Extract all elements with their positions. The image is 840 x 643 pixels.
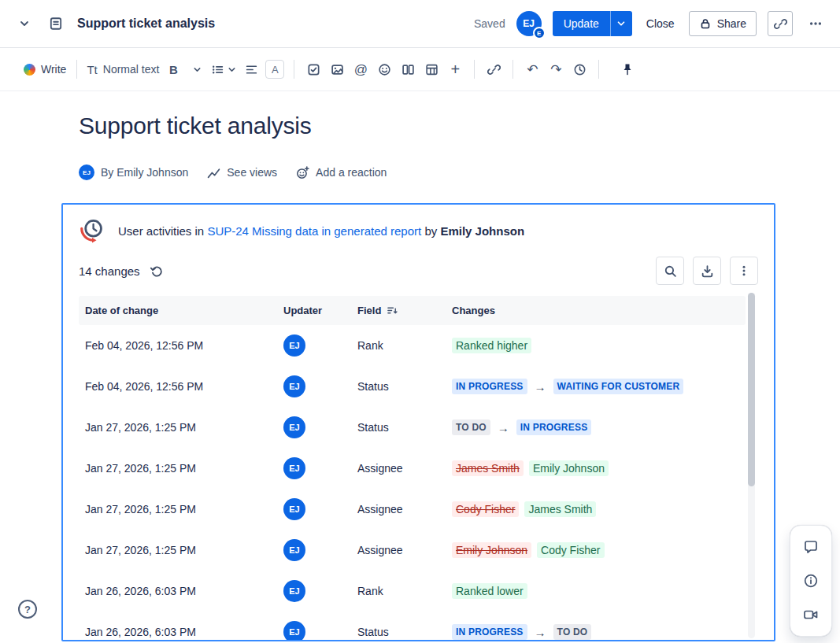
row-field: Rank [351, 585, 446, 597]
row-field: Assignee [351, 544, 446, 556]
updater-avatar[interactable]: EJ [283, 621, 305, 641]
bold-button[interactable]: B [161, 57, 185, 82]
macro-title-prefix: User activities in [118, 224, 204, 238]
see-views-label: See views [227, 166, 277, 179]
macro-more-button[interactable] [730, 257, 758, 285]
sort-filter-icon[interactable] [387, 305, 398, 316]
change-removed: Emily Johnson [452, 542, 531, 558]
scrollbar-thumb[interactable] [748, 293, 755, 486]
row-date: Jan 27, 2026, 1:25 PM [79, 421, 277, 434]
close-button[interactable]: Close [643, 11, 678, 36]
issue-link[interactable]: SUP-24 Missing data in generated report [207, 224, 421, 238]
change-added: Ranked higher [452, 338, 531, 353]
text-style-icon: Tt [87, 63, 97, 76]
page-title-topbar: Support ticket analysis [77, 17, 215, 31]
row-date: Feb 04, 2026, 12:56 PM [79, 380, 277, 393]
issue-history-app-icon [79, 217, 105, 244]
floating-tools-panel [790, 525, 832, 637]
search-icon [664, 264, 677, 278]
updater-avatar[interactable]: EJ [283, 457, 305, 479]
plus-icon: + [451, 61, 461, 77]
insert-link-button[interactable] [482, 57, 505, 82]
more-menu-button[interactable] [804, 12, 827, 35]
pin-toolbar-button[interactable] [616, 57, 639, 82]
chevron-down-icon [192, 65, 202, 75]
chevron-down-icon [616, 18, 627, 29]
row-date: Jan 27, 2026, 1:25 PM [79, 544, 277, 556]
download-button[interactable] [693, 257, 721, 285]
change-added: James Smith [524, 501, 596, 517]
update-dropdown-button[interactable] [610, 11, 632, 36]
redo-button[interactable]: ↷ [544, 57, 568, 82]
updater-avatar[interactable]: EJ [283, 498, 305, 520]
status-from: TO DO [452, 419, 490, 435]
insert-plus-button[interactable]: + [443, 57, 467, 82]
table-row: Jan 27, 2026, 1:25 PM EJ Assignee Cody F… [79, 489, 746, 530]
scrollbar-track[interactable] [748, 293, 755, 638]
share-button[interactable]: Share [689, 11, 757, 36]
add-reaction-button[interactable]: Add a reaction [296, 166, 387, 179]
link-icon [774, 17, 787, 31]
col-date: Date of change [79, 305, 277, 316]
refresh-button[interactable] [150, 264, 165, 279]
task-list-button[interactable] [302, 57, 325, 82]
collapse-chevron-icon[interactable] [13, 12, 36, 35]
help-button[interactable]: ? [18, 600, 37, 619]
arrow-right-icon: → [535, 626, 546, 639]
row-changes: TO DO→IN PROGRESS [446, 419, 746, 435]
issue-history-macro[interactable]: User activities in SUP-24 Missing data i… [61, 203, 775, 641]
layout-button[interactable] [396, 57, 420, 82]
table-row: Jan 27, 2026, 1:25 PM EJ Assignee Emily … [79, 530, 746, 571]
text-style-dropdown[interactable]: Tt Normal text [84, 57, 161, 82]
updater-avatar[interactable]: EJ [283, 375, 305, 397]
comments-button[interactable] [795, 531, 827, 563]
change-removed: James Smith [452, 460, 524, 476]
table-row: Jan 27, 2026, 1:25 PM EJ Assignee James … [79, 448, 746, 489]
updater-avatar[interactable]: EJ [283, 580, 305, 602]
text-color-button[interactable]: A [263, 57, 287, 82]
record-video-button[interactable] [795, 599, 827, 630]
mention-button[interactable]: @ [349, 57, 372, 82]
toolbar-divider [513, 60, 513, 79]
status-to: TO DO [553, 624, 592, 640]
align-button[interactable] [239, 57, 263, 82]
byline-author[interactable]: EJ By Emily Johnson [79, 164, 188, 180]
col-field: Field [351, 305, 446, 316]
undo-button[interactable]: ↶ [520, 57, 544, 82]
row-date: Jan 27, 2026, 1:25 PM [79, 503, 277, 516]
row-changes: IN PROGRESS→TO DO [446, 624, 746, 640]
text-color-icon: A [265, 60, 284, 79]
question-mark-icon: ? [24, 604, 31, 615]
ellipsis-icon [809, 17, 823, 31]
copy-link-button[interactable] [768, 11, 793, 36]
top-header: Support ticket analysis Saved EJ E Updat… [0, 0, 840, 48]
emoji-button[interactable] [372, 57, 396, 82]
updater-avatar[interactable]: EJ [283, 416, 305, 438]
insert-image-button[interactable] [325, 57, 349, 82]
row-date: Jan 27, 2026, 1:25 PM [79, 462, 277, 475]
search-button[interactable] [656, 257, 684, 285]
write-button[interactable]: Write [20, 57, 69, 82]
insert-table-button[interactable] [420, 57, 443, 82]
row-field: Status [351, 626, 446, 638]
updater-avatar[interactable]: EJ [283, 334, 305, 357]
see-views-button[interactable]: See views [207, 166, 277, 179]
toolbar-divider [294, 60, 294, 79]
presence-badge: E [533, 27, 546, 39]
toolbar-divider [598, 60, 599, 79]
history-button[interactable] [568, 57, 591, 82]
text-style-label: Normal text [103, 63, 160, 76]
emoji-icon [378, 63, 391, 76]
updater-avatar[interactable]: EJ [283, 539, 305, 561]
row-field: Assignee [351, 462, 446, 475]
table-row: Feb 04, 2026, 12:56 PM EJ Status IN PROG… [79, 366, 746, 407]
list-dropdown-button[interactable] [209, 57, 239, 82]
toolbar-divider [474, 60, 475, 79]
row-changes: James SmithEmily Johnson [446, 460, 746, 476]
update-button[interactable]: Update [553, 11, 610, 36]
user-avatar[interactable]: EJ E [516, 11, 542, 36]
format-expand-button[interactable] [185, 57, 209, 82]
ai-write-icon [24, 64, 35, 76]
checkbox-icon [307, 63, 320, 76]
details-button[interactable] [795, 565, 827, 597]
